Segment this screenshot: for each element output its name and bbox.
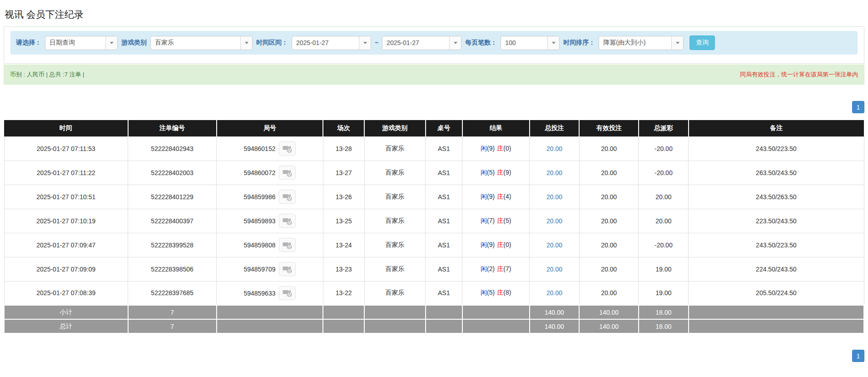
cell-round-id: 594859893 [217,209,323,233]
pagination-page-1-button[interactable]: 1 [852,350,864,362]
round-id-text: 594860152 [243,145,275,152]
cell-table-no: AS1 [426,136,462,161]
chevron-down-icon[interactable] [547,36,559,50]
cell-session: 13-24 [323,233,364,257]
cell-result: 闲(9)庄(0) [462,136,530,161]
cell-valid-bet: 20.00 [579,281,639,305]
cell-payout: -20.00 [639,136,689,161]
result-player-score: (2) [487,265,495,272]
query-mode-value: 日期查询 [45,36,105,50]
result-banker-score: (0) [503,145,511,152]
total-bet-link[interactable]: 20.00 [546,193,562,201]
pagination-page-1-button[interactable]: 1 [852,101,864,113]
search-button[interactable]: 查询 [689,35,715,50]
video-replay-button[interactable] [279,141,296,156]
date-range-tilde: ~ [375,39,378,46]
cell-valid-bet: 20.00 [579,257,639,281]
result-banker-label: 庄 [497,241,503,248]
chevron-down-icon[interactable] [671,36,683,50]
valid-bet-notice-text: 同局有效投注，统一计算在该局第一张注单内 [740,70,858,79]
chevron-down-icon[interactable] [449,36,461,50]
total-bet-link[interactable]: 20.00 [546,241,562,249]
table-row: 2025-01-27 07:11:53 522228402943 5948601… [4,136,864,161]
video-camera-icon [283,241,292,249]
cell-total-bet: 20.00 [530,257,580,281]
header-game-type: 游戏类别 [364,120,425,136]
table-row: 2025-01-27 07:08:39 522228397685 5948596… [4,281,864,305]
filter-bar: 请选择： 日期查询 游戏类别 百家乐 时间区间： 2025-01-27 ~ 20… [10,31,858,55]
total-bet-link[interactable]: 20.00 [546,266,562,273]
cell-total-bet: 20.00 [530,233,580,257]
date-range-label: 时间区间： [256,39,288,47]
cell-payout: 19.00 [639,281,689,305]
chevron-down-icon[interactable] [359,36,371,50]
table-row: 2025-01-27 07:09:09 522228398506 5948597… [4,257,864,281]
video-replay-button[interactable] [279,286,296,300]
query-mode-select[interactable]: 日期查询 [45,36,118,50]
cell-result: 闲(5)庄(8) [462,281,530,305]
subtotal-label: 小计 [4,305,128,319]
result-player-label: 闲 [481,145,487,152]
time-sort-label: 时间排序： [563,39,595,47]
video-replay-button[interactable] [279,262,296,276]
cell-total-bet: 20.00 [530,161,580,185]
cell-bet-id: 522228397685 [128,281,217,305]
cell-bet-id: 522228402943 [128,136,217,161]
game-type-select[interactable]: 百家乐 [150,36,253,50]
subtotal-payout: 18.00 [639,305,689,319]
cell-game-type: 百家乐 [364,233,425,257]
chevron-down-icon[interactable] [240,36,252,50]
result-banker-label: 庄 [497,265,503,272]
cell-session: 13-23 [323,257,364,281]
round-id-text: 594860072 [243,169,275,176]
video-replay-button[interactable] [279,238,296,252]
per-page-select[interactable]: 100 [501,36,560,50]
result-player-label: 闲 [481,265,487,272]
result-banker-label: 庄 [497,169,503,176]
cell-payout: -20.00 [639,161,689,185]
video-replay-button[interactable] [279,214,296,228]
cell-bet-id: 522228401229 [128,185,217,209]
date-to-value: 2025-01-27 [382,36,449,50]
video-replay-button[interactable] [279,190,296,204]
cell-time: 2025-01-27 07:11:22 [4,161,128,185]
cell-payout: 20.00 [639,209,689,233]
table-body: 2025-01-27 07:11:53 522228402943 5948601… [4,136,864,305]
result-player-label: 闲 [481,289,487,296]
result-banker-score: (9) [503,169,511,176]
cell-result: 闲(2)庄(7) [462,257,530,281]
video-camera-icon [283,169,292,177]
video-replay-button[interactable] [279,166,296,180]
video-camera-icon [283,145,292,153]
header-time: 时间 [4,120,128,136]
total-total-bet: 140.00 [530,319,580,333]
game-type-label: 游戏类别 [121,39,147,47]
cell-round-id: 594859709 [217,257,323,281]
total-count: 7 [128,319,217,333]
result-player-score: (7) [487,217,495,224]
total-bet-link[interactable]: 20.00 [546,145,562,152]
pagination-top: 1 [4,101,864,113]
cell-payout: 19.00 [639,257,689,281]
cell-round-id: 594859633 [217,281,323,305]
total-bet-link[interactable]: 20.00 [546,217,562,225]
total-bet-link[interactable]: 20.00 [546,169,562,176]
result-player-score: (5) [487,289,495,296]
cell-table-no: AS1 [426,281,462,305]
time-sort-select[interactable]: 降冪(由大到小) [599,36,684,50]
cell-time: 2025-01-27 07:09:47 [4,233,128,257]
round-id-text: 594859986 [243,193,275,201]
total-bet-link[interactable]: 20.00 [546,289,562,297]
cell-time: 2025-01-27 07:09:09 [4,257,128,281]
date-to-select[interactable]: 2025-01-27 [382,36,461,50]
query-mode-label: 请选择： [16,39,41,47]
result-player-label: 闲 [481,193,487,200]
date-from-select[interactable]: 2025-01-27 [292,36,371,50]
cell-round-id: 594860072 [217,161,323,185]
total-row: 总计 7 140.00 140.00 18.00 [4,319,864,333]
per-page-label: 每页笔数： [465,39,497,47]
betting-records-table: 时间 注单编号 局号 场次 游戏类别 桌号 结果 总投注 有效投注 总派彩 备注… [4,120,864,334]
chevron-down-icon[interactable] [105,36,117,50]
cell-session: 13-27 [323,161,364,185]
cell-table-no: AS1 [426,233,462,257]
